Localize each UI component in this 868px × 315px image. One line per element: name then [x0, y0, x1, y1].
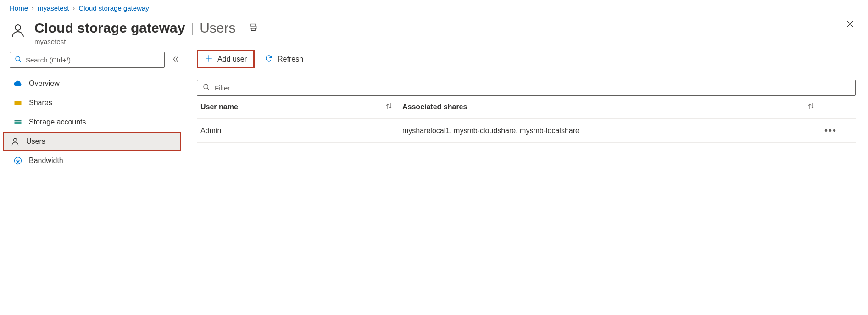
- sidebar-item-label: Bandwidth: [29, 157, 63, 165]
- wifi-icon: [13, 156, 22, 165]
- add-user-label: Add user: [217, 55, 247, 63]
- cell-user-name: Admin: [200, 127, 402, 135]
- sidebar-item-users[interactable]: Users: [3, 132, 181, 151]
- toolbar: Add user Refresh: [197, 49, 856, 73]
- svg-rect-3: [251, 28, 255, 30]
- filter-input[interactable]: [215, 84, 850, 92]
- column-user-name[interactable]: User name: [200, 103, 238, 111]
- refresh-button[interactable]: Refresh: [258, 51, 310, 67]
- sort-icon[interactable]: [385, 102, 393, 112]
- user-icon: [11, 137, 20, 146]
- sidebar: Overview Shares Storage accounts Users: [7, 49, 182, 170]
- svg-rect-8: [15, 120, 22, 121]
- refresh-label: Refresh: [278, 55, 303, 63]
- row-actions-icon[interactable]: •••: [824, 125, 852, 136]
- sidebar-item-bandwidth[interactable]: Bandwidth: [7, 151, 182, 170]
- search-icon: [15, 56, 22, 64]
- sidebar-item-label: Shares: [29, 99, 52, 107]
- breadcrumb-myasetest[interactable]: myasetest: [38, 4, 69, 12]
- cell-associated-shares: mysharelocal1, mysmb-cloudshare, mysmb-l…: [402, 127, 824, 135]
- svg-line-16: [207, 88, 209, 90]
- filter-box[interactable]: [197, 80, 856, 96]
- column-associated-shares[interactable]: Associated shares: [402, 103, 467, 111]
- sidebar-item-label: Storage accounts: [29, 118, 86, 126]
- search-input[interactable]: [26, 56, 160, 64]
- sidebar-search[interactable]: [10, 52, 165, 68]
- page-header: Cloud storage gateway | Users myasetest: [0, 16, 868, 49]
- page-subtitle: myasetest: [34, 38, 858, 45]
- page-title: Cloud storage gateway: [34, 20, 185, 36]
- sidebar-item-overview[interactable]: Overview: [7, 74, 182, 93]
- breadcrumb-cloud-storage-gateway[interactable]: Cloud storage gateway: [78, 4, 149, 12]
- sidebar-item-label: Users: [26, 137, 45, 146]
- table-row[interactable]: Admin mysharelocal1, mysmb-cloudshare, m…: [197, 119, 856, 143]
- user-icon: [10, 22, 26, 40]
- filter-search-icon: [203, 84, 210, 92]
- svg-point-15: [204, 84, 208, 89]
- close-button[interactable]: [846, 19, 855, 30]
- chevron-right-icon: ›: [72, 4, 75, 12]
- refresh-icon: [265, 54, 273, 64]
- breadcrumb: Home › myasetest › Cloud storage gateway: [0, 0, 868, 16]
- sidebaressaitem-shares[interactable]: Shares: [7, 93, 182, 112]
- svg-point-12: [17, 162, 18, 163]
- svg-rect-9: [15, 122, 22, 124]
- print-icon[interactable]: [249, 23, 258, 34]
- plus-icon: [205, 54, 213, 64]
- folder-icon: [13, 98, 22, 107]
- sidebar-item-storage-accounts[interactable]: Storage accounts: [7, 112, 182, 132]
- page-section: Users: [200, 20, 235, 36]
- svg-point-0: [15, 25, 21, 30]
- sort-icon[interactable]: [807, 102, 815, 112]
- chevron-right-icon: ›: [32, 4, 34, 12]
- svg-point-6: [16, 56, 20, 61]
- collapse-sidebar-button[interactable]: [172, 56, 179, 64]
- breadcrumb-home[interactable]: Home: [10, 4, 28, 12]
- storage-icon: [13, 118, 22, 127]
- add-user-button[interactable]: Add user: [197, 50, 255, 68]
- main-content: Add user Refresh: [182, 49, 868, 170]
- svg-line-7: [19, 60, 21, 62]
- table-header: User name Associated shares: [197, 96, 856, 119]
- cloud-icon: [13, 79, 22, 88]
- svg-point-10: [14, 138, 17, 141]
- sidebar-item-label: Overview: [29, 79, 60, 88]
